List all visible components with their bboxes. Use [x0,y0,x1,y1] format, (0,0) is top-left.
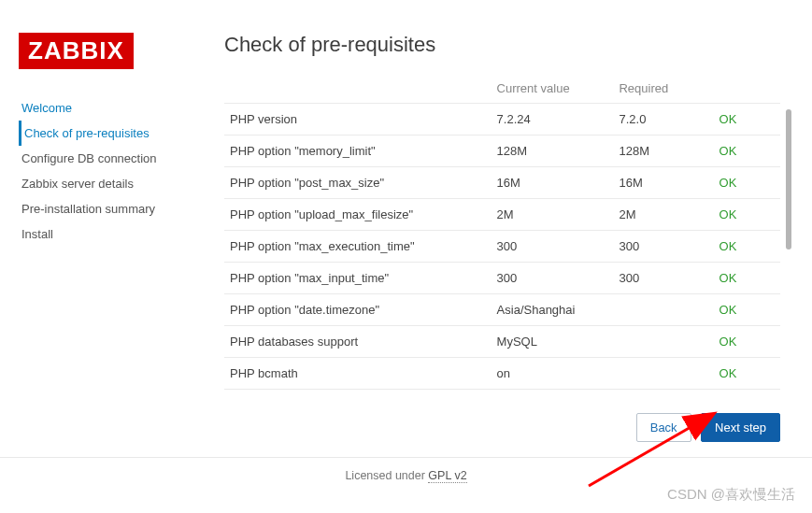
footer: Licensed under GPL v2 [0,458,812,493]
req-name: PHP option "memory_limit" [224,135,491,167]
req-current: 16M [491,167,614,199]
setup-container: ZABBIX WelcomeCheck of pre-requisitesCon… [0,0,812,458]
sidebar-item-5[interactable]: Install [21,221,224,247]
req-required [613,326,713,358]
footer-license-link[interactable]: GPL v2 [428,469,466,483]
req-name: PHP option "max_execution_time" [224,231,491,263]
req-current: 2M [491,199,614,231]
table-row: PHP version7.2.247.2.0OK [224,104,780,135]
sidebar-item-4[interactable]: Pre-installation summary [21,196,224,221]
req-required [613,390,713,401]
requisites-table-wrap: Current value Required PHP version7.2.24… [224,74,780,400]
footer-text: Licensed under [345,469,428,482]
req-required: 7.2.0 [613,104,713,135]
table-row: PHP bcmathonOK [224,358,780,390]
sidebar: ZABBIX WelcomeCheck of pre-requisitesCon… [19,33,224,448]
main-panel: Check of pre-requisites Current value Re… [224,33,793,448]
req-current: on [491,390,614,401]
req-current: 300 [491,231,614,263]
req-status: OK [714,390,780,401]
req-required: 128M [613,135,713,167]
req-name: PHP version [224,104,491,135]
table-row: PHP option "date.timezone"Asia/ShanghaiO… [224,294,780,326]
table-row: PHP mbstringonOK [224,390,780,401]
req-status: OK [714,294,780,326]
col-current-header: Current value [491,74,614,104]
table-row: PHP option "max_execution_time"300300OK [224,231,780,263]
req-name: PHP option "max_input_time" [224,263,491,294]
req-required: 16M [613,167,713,199]
req-status: OK [714,263,780,294]
back-button[interactable]: Back [636,413,691,442]
sidebar-item-0[interactable]: Welcome [21,95,224,121]
req-status: OK [714,231,780,263]
sidebar-item-2[interactable]: Configure DB connection [21,146,224,171]
sidebar-item-1[interactable]: Check of pre-requisites [19,121,224,146]
req-current: 128M [491,135,614,167]
scrollbar-thumb[interactable] [786,109,791,249]
table-row: PHP option "max_input_time"300300OK [224,263,780,294]
req-status: OK [714,104,780,135]
sidebar-item-3[interactable]: Zabbix server details [21,171,224,196]
col-required-header: Required [613,74,713,104]
table-row: PHP option "upload_max_filesize"2M2MOK [224,199,780,231]
req-status: OK [714,167,780,199]
req-status: OK [714,199,780,231]
req-required: 300 [613,231,713,263]
page-title: Check of pre-requisites [224,33,780,57]
req-name: PHP bcmath [224,358,491,390]
logo: ZABBIX [19,33,134,69]
next-step-button[interactable]: Next step [701,413,780,442]
req-current: 300 [491,263,614,294]
req-required [613,294,713,326]
req-status: OK [714,326,780,358]
req-name: PHP mbstring [224,390,491,401]
table-row: PHP databases supportMySQLOK [224,326,780,358]
req-current: on [491,358,614,390]
req-required: 300 [613,263,713,294]
req-name: PHP databases support [224,326,491,358]
req-current: Asia/Shanghai [491,294,614,326]
table-row: PHP option "memory_limit"128M128MOK [224,135,780,167]
req-name: PHP option "post_max_size" [224,167,491,199]
req-name: PHP option "upload_max_filesize" [224,199,491,231]
req-current: MySQL [491,326,614,358]
col-name-header [224,74,491,104]
req-status: OK [714,358,780,390]
req-current: 7.2.24 [491,104,614,135]
req-name: PHP option "date.timezone" [224,294,491,326]
req-status: OK [714,135,780,167]
table-row: PHP option "post_max_size"16M16MOK [224,167,780,199]
button-row: Back Next step [224,400,780,448]
req-required [613,358,713,390]
col-status-header [714,74,780,104]
requisites-table: Current value Required PHP version7.2.24… [224,74,780,400]
nav-list: WelcomeCheck of pre-requisitesConfigure … [19,95,224,247]
req-required: 2M [613,199,713,231]
